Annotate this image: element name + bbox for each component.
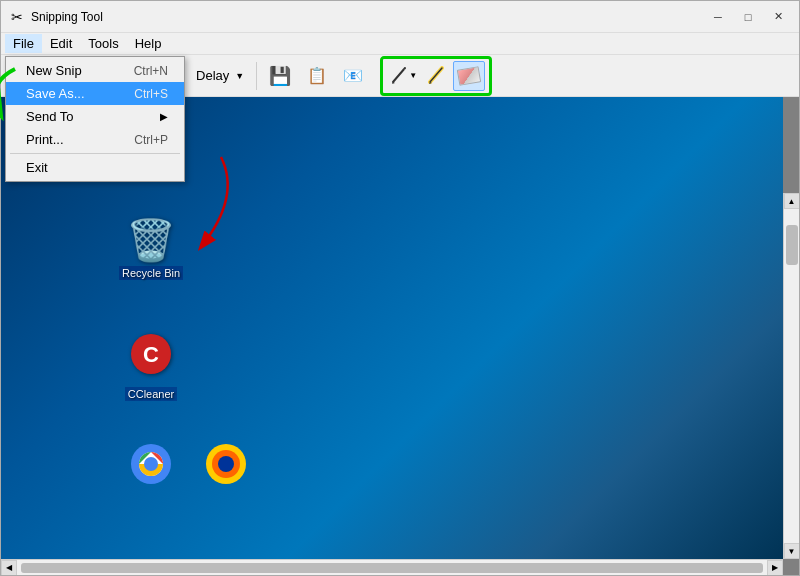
app-icon: ✂ [9, 9, 25, 25]
pen-dropdown-arrow: ▼ [409, 71, 417, 80]
desktop-item-firefox[interactable] [186, 442, 266, 489]
file-menu-dropdown: New Snip Ctrl+N Save As... Ctrl+S Send T… [5, 56, 185, 182]
firefox-icon [204, 442, 248, 489]
minimize-button[interactable]: ─ [705, 7, 731, 27]
scroll-right-button[interactable]: ▶ [767, 560, 783, 576]
send-icon: 📧 [343, 66, 363, 85]
snipping-tool-window: ✂ Snipping Tool ─ □ ✕ File New Snip Ctrl… [0, 0, 800, 576]
horizontal-scrollbar[interactable]: ◀ ▶ [1, 559, 783, 575]
svg-point-12 [144, 457, 158, 471]
menu-item-tools[interactable]: Tools [80, 34, 126, 53]
close-button[interactable]: ✕ [765, 7, 791, 27]
send-button[interactable]: 📧 [336, 60, 370, 92]
menu-item-edit[interactable]: Edit [42, 34, 80, 53]
menu-separator [10, 153, 180, 154]
menu-item-help[interactable]: Help [127, 34, 170, 53]
drawing-tools-group: ▼ [380, 56, 492, 96]
highlighter-icon [426, 66, 446, 86]
save-icon: 💾 [269, 65, 291, 87]
desktop-item-chrome[interactable] [111, 442, 191, 495]
menu-new-snip[interactable]: New Snip Ctrl+N [6, 59, 184, 82]
title-bar-text: Snipping Tool [31, 10, 705, 24]
menu-save-as[interactable]: Save As... Ctrl+S [6, 82, 184, 105]
eraser-icon [457, 66, 481, 86]
recycle-bin-label: Recycle Bin [119, 266, 183, 280]
toolbar-sep-2 [256, 62, 257, 90]
save-button[interactable]: 💾 [262, 60, 298, 92]
menu-bar: File New Snip Ctrl+N Save As... Ctrl+S S… [1, 33, 799, 55]
recycle-bin-icon: 🗑️ [126, 217, 176, 264]
svg-line-1 [393, 68, 405, 82]
svg-line-5 [430, 68, 442, 82]
eraser-tool-button[interactable] [453, 61, 485, 91]
copy-icon: 📋 [307, 66, 327, 85]
menu-item-file[interactable]: File New Snip Ctrl+N Save As... Ctrl+S S… [5, 34, 42, 53]
scroll-left-button[interactable]: ◀ [1, 560, 17, 576]
pen-tool-button[interactable]: ▼ [387, 61, 419, 91]
maximize-button[interactable]: □ [735, 7, 761, 27]
highlighter-tool-button[interactable] [420, 61, 452, 91]
pen-icon [389, 66, 409, 86]
scrollbar-thumb[interactable] [786, 225, 798, 265]
scroll-up-button[interactable]: ▲ [784, 193, 800, 209]
menu-exit[interactable]: Exit [6, 156, 184, 179]
chrome-icon [129, 442, 173, 495]
svg-point-15 [218, 456, 234, 472]
ccleaner-label: CCleaner [125, 387, 177, 401]
scroll-down-button[interactable]: ▼ [784, 543, 800, 559]
desktop-item-ccleaner[interactable]: C CCleaner [111, 332, 191, 401]
svg-text:C: C [143, 342, 159, 367]
vertical-scrollbar[interactable]: ▲ ▼ [783, 193, 799, 559]
desktop-item-recycle-bin[interactable]: 🗑️ Recycle Bin [111, 217, 191, 280]
menu-print[interactable]: Print... Ctrl+P [6, 128, 184, 151]
copy-button[interactable]: 📋 [300, 60, 334, 92]
menu-send-to[interactable]: Send To ▶ [6, 105, 184, 128]
title-bar: ✂ Snipping Tool ─ □ ✕ [1, 1, 799, 33]
ccleaner-icon: C [129, 332, 173, 385]
delay-button[interactable]: Delay ▼ [189, 60, 251, 92]
title-bar-controls: ─ □ ✕ [705, 7, 791, 27]
delay-dropdown-icon: ▼ [235, 71, 244, 81]
